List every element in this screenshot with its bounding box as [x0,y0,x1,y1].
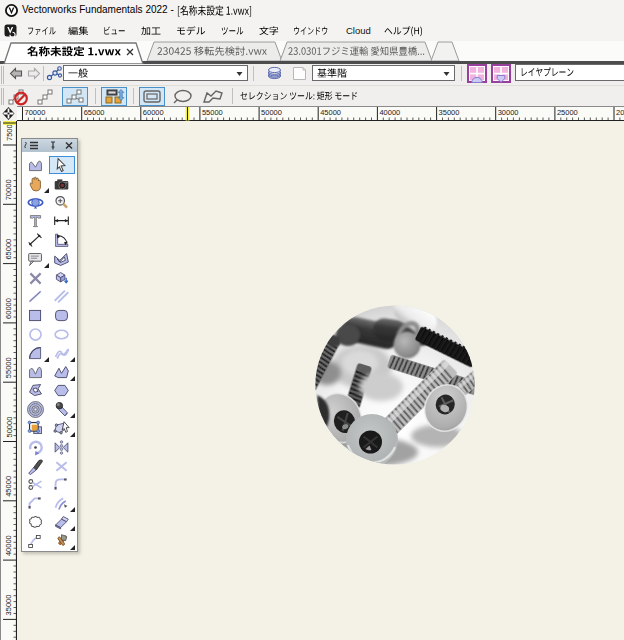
svg-text:40000: 40000 [379,108,400,117]
svg-text:20000: 20000 [616,108,624,117]
svg-text:50000: 50000 [5,417,14,438]
svg-text:30000: 30000 [498,108,519,117]
svg-text:50000: 50000 [261,108,282,117]
svg-text:45000: 45000 [320,108,341,117]
svg-text:25000: 25000 [557,108,578,117]
svg-text:55000: 55000 [5,357,14,378]
svg-text:45000: 45000 [5,476,14,497]
svg-text:65000: 65000 [5,239,14,260]
svg-text:35000: 35000 [439,108,460,117]
svg-text:40000: 40000 [5,535,14,556]
svg-text:65000: 65000 [84,108,105,117]
svg-text:60000: 60000 [5,298,14,319]
svg-text:70000: 70000 [25,108,46,117]
svg-text:70000: 70000 [5,179,14,200]
svg-text:35000: 35000 [5,595,14,616]
svg-text:55000: 55000 [202,108,223,117]
svg-text:60000: 60000 [143,108,164,117]
